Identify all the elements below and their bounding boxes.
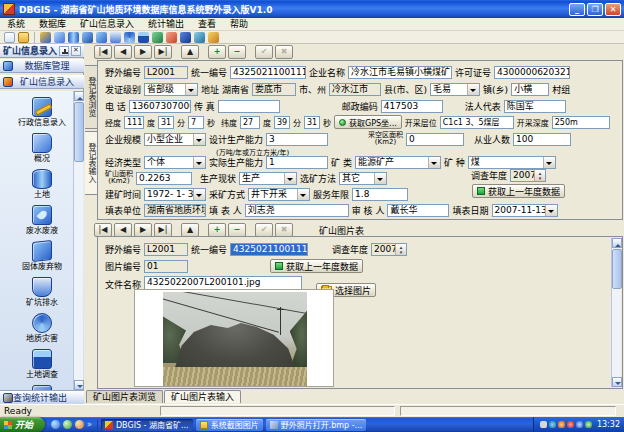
service-years-input[interactable]: 1.8 <box>352 188 408 201</box>
taskbar-task-folder[interactable]: 系统截图图片 <box>196 419 263 431</box>
pic-nav-last-button[interactable]: ▶| <box>154 223 172 237</box>
sidebar-item-wastewater[interactable]: 废水废液 <box>7 205 77 235</box>
pic-scroll-up-icon[interactable] <box>612 238 622 248</box>
scroll-thumb[interactable] <box>74 102 84 162</box>
tray-icon-4[interactable] <box>567 421 574 428</box>
scroll-down-icon[interactable] <box>74 380 84 390</box>
menu-mine-info-entry[interactable]: 矿山信息录入 <box>73 18 141 31</box>
menu-system[interactable]: 系统 <box>0 18 32 31</box>
nav-cancel-button[interactable]: ✖ <box>275 45 293 59</box>
village-input[interactable]: 小横 <box>511 83 549 96</box>
pic-field-no-input[interactable]: L2001 <box>144 243 188 256</box>
production-status-select[interactable]: 生产 <box>239 172 297 185</box>
report-output-icon[interactable] <box>180 32 191 43</box>
taskbar-task-dbgis[interactable]: DBGIS - 湖南省矿... <box>101 419 193 431</box>
solid-waste-icon[interactable] <box>96 32 107 43</box>
longitude-deg-input[interactable]: 111 <box>124 116 144 129</box>
tray-icon-5[interactable] <box>576 421 583 428</box>
gps-button[interactable]: 获取GPS坐... <box>334 115 402 129</box>
nav-prev-button[interactable]: ◀ <box>114 45 132 59</box>
pic-nav-add-button[interactable]: + <box>208 223 226 237</box>
latitude-deg-input[interactable]: 27 <box>240 116 260 129</box>
sidebar-group-mine-entry[interactable]: 矿山信息录入 <box>0 75 84 89</box>
pic-nav-next-button[interactable]: ▶ <box>134 223 152 237</box>
nav-next-button[interactable]: ▶ <box>134 45 152 59</box>
quicklaunch-icon-2[interactable] <box>63 420 72 429</box>
sidebar-item-overview[interactable]: 概况 <box>7 133 77 163</box>
mine-drainage-icon[interactable] <box>110 32 121 43</box>
latitude-sec-input[interactable]: 31 <box>304 116 320 129</box>
sidebar-item-admin-entry[interactable]: 行政信息录入 <box>7 97 77 127</box>
picture-panel-scrollbar[interactable] <box>611 238 621 387</box>
nav-delete-button[interactable]: − <box>228 45 246 59</box>
nav-first-button[interactable]: |◀ <box>94 45 112 59</box>
latitude-min-input[interactable]: 39 <box>274 116 290 129</box>
pic-nav-delete-button[interactable]: − <box>228 223 246 237</box>
fetch-prev-year-button[interactable]: 获取上一年度数据 <box>472 184 565 198</box>
field-no-input[interactable]: L2001 <box>144 66 188 79</box>
close-button[interactable]: ✕ <box>605 3 621 16</box>
sidebar-item-solid-waste[interactable]: 固体废弃物 <box>7 241 77 271</box>
nav-up-button[interactable]: ▲ <box>181 45 199 59</box>
goaf-area-input[interactable]: 0 <box>406 133 464 146</box>
quicklaunch-expand-icon[interactable]: » <box>87 420 92 429</box>
unified-no-input[interactable]: 43250211001113 <box>230 66 306 79</box>
tray-icon-6[interactable] <box>585 421 592 428</box>
admin-entry-icon[interactable] <box>40 32 51 43</box>
auditor-input[interactable]: 戴长华 <box>387 204 449 217</box>
cert-level-select[interactable]: 省部级 <box>144 83 198 96</box>
pin-icon[interactable] <box>59 46 69 56</box>
legal-rep-input[interactable]: 陈国军 <box>504 100 566 113</box>
economic-type-select[interactable]: 个体 <box>144 156 206 169</box>
nav-commit-button[interactable]: ✔ <box>255 45 273 59</box>
postcode-input[interactable]: 417503 <box>381 100 443 113</box>
land-icon[interactable] <box>68 32 79 43</box>
pic-unified-no-input[interactable]: 43250211001113 <box>230 243 308 256</box>
wastewater-icon[interactable] <box>82 32 93 43</box>
phone-input[interactable]: 13607307000 <box>129 100 191 113</box>
mining-layer-input[interactable]: C1c1 3、5煤层 <box>440 116 514 129</box>
town-select[interactable]: 毛易 <box>430 83 480 96</box>
pic-scroll-thumb[interactable] <box>612 249 622 289</box>
land-use-icon[interactable] <box>152 32 163 43</box>
actual-capacity-input[interactable]: 1 <box>266 156 328 169</box>
chart-view-icon[interactable] <box>194 32 205 43</box>
fax-input[interactable] <box>218 100 280 113</box>
menu-database[interactable]: 数据库 <box>32 18 73 31</box>
pic-fetch-prev-year-button[interactable]: 获取上一年度数据 <box>270 259 363 273</box>
close-panel-icon[interactable] <box>71 46 81 56</box>
quicklaunch-icon-3[interactable] <box>75 420 84 429</box>
minimize-button[interactable]: _ <box>569 3 585 16</box>
county-input[interactable]: 冷水江市 <box>329 83 381 96</box>
tab-register-browse[interactable]: 登记表浏览 <box>85 65 98 129</box>
tab-picture-browse[interactable]: 矿山图片表浏览 <box>86 390 163 403</box>
quicklaunch-icon-1[interactable] <box>51 420 60 429</box>
pic-nav-up-button[interactable]: ▲ <box>181 223 199 237</box>
tab-register-input[interactable]: 登记表输入 <box>85 131 98 195</box>
mine-kind-select[interactable]: 煤 <box>468 156 556 169</box>
longitude-min-input[interactable]: 31 <box>158 116 174 129</box>
sidebar-group-database[interactable]: 数据库管理 <box>0 59 84 73</box>
nav-add-button[interactable]: + <box>208 45 226 59</box>
fill-person-input[interactable]: 刘志尧 <box>245 204 349 217</box>
start-button[interactable]: 开始 <box>0 417 45 432</box>
pic-nav-commit-button[interactable]: ✔ <box>255 223 273 237</box>
menu-view[interactable]: 查看 <box>191 18 223 31</box>
sidebar-item-geo-hazard[interactable]: 地质灾害 <box>7 313 77 343</box>
scroll-up-icon[interactable] <box>74 91 84 101</box>
tray-icon-2[interactable] <box>549 421 556 428</box>
geo-hazard-icon[interactable] <box>124 32 135 43</box>
land-survey-icon[interactable] <box>138 32 149 43</box>
menu-stat-output[interactable]: 统计输出 <box>141 18 191 31</box>
beneficiation-select[interactable]: 其它 <box>339 172 387 185</box>
nav-last-button[interactable]: ▶| <box>154 45 172 59</box>
forward-icon[interactable] <box>208 32 219 43</box>
tray-icon-3[interactable] <box>558 421 565 428</box>
enterprise-scale-select[interactable]: 小型企业 <box>144 133 206 146</box>
tray-icon-1[interactable] <box>540 421 547 428</box>
survey-year-spinner[interactable]: 2007 <box>510 169 546 182</box>
pic-survey-year-spinner[interactable]: 2007 <box>371 243 407 256</box>
longitude-sec-input[interactable]: 7 <box>188 116 204 129</box>
mine-area-input[interactable]: 0.2263 <box>136 172 192 185</box>
mining-depth-input[interactable]: 250m <box>552 116 610 129</box>
